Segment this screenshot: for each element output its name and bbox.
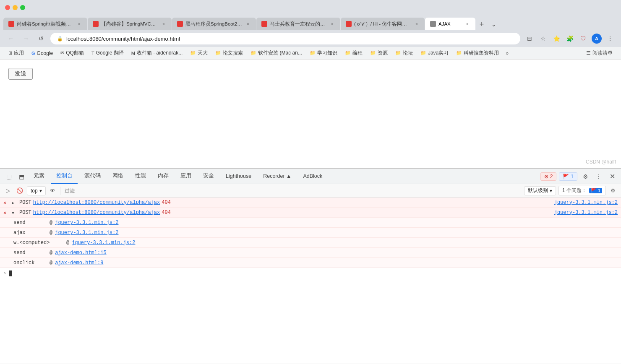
adblock-icon[interactable]: 🛡 <box>577 33 589 44</box>
devtools-device-icon[interactable]: ⬒ <box>16 171 27 182</box>
devtools-close-icon[interactable]: ✕ <box>607 171 618 182</box>
bookmark-google[interactable]: G Google <box>28 49 56 57</box>
console-ban-icon[interactable]: 🚫 <box>15 186 24 195</box>
bookmarks-more[interactable]: » <box>503 49 511 57</box>
devtools-tab-lighthouse[interactable]: Lighthouse <box>221 169 256 184</box>
at-sign-5: @ <box>50 260 52 266</box>
bookmark-tianda[interactable]: 📁 天大 <box>187 48 211 58</box>
row-source-2[interactable]: jquery-3.3.1.min.js:2 <box>554 210 618 216</box>
reading-mode-button[interactable]: ☰ 阅读清单 <box>583 48 616 58</box>
caret-symbol: › <box>3 270 6 276</box>
folder-tianda-icon: 📁 <box>190 50 196 56</box>
devtools-tab-memory[interactable]: 内存 <box>153 169 174 184</box>
close-traffic-light[interactable] <box>5 5 10 10</box>
tab-close-2[interactable]: × <box>161 21 167 27</box>
expand-arrow-2[interactable]: ▼ <box>12 211 18 216</box>
bookmark-research[interactable]: 📁 科研搜集资料用 <box>453 48 502 58</box>
source-link-computed[interactable]: jquery-3.3.1.min.js:2 <box>72 240 135 246</box>
bookmark-coding[interactable]: 📁 编程 <box>342 48 366 58</box>
minimize-traffic-light[interactable] <box>13 5 18 10</box>
devtools-menu-icon[interactable]: ⋮ <box>593 171 604 182</box>
bookmark-translate[interactable]: T Google 翻译 <box>88 48 127 58</box>
url-link-1[interactable]: http://localhost:8080/community/alpha/aj… <box>33 200 160 205</box>
at-sign-4: @ <box>50 250 52 256</box>
translate-bm-icon: T <box>91 51 94 56</box>
devtools-tab-performance[interactable]: 性能 <box>130 169 151 184</box>
tab-close-1[interactable]: × <box>76 21 82 27</box>
tab-favicon-5 <box>346 21 352 27</box>
devtools-tab-network[interactable]: 网络 <box>107 169 128 184</box>
info-badge[interactable]: 🚩 1 <box>559 172 577 181</box>
send-button[interactable]: 发送 <box>8 68 33 80</box>
tab-5[interactable]: ( o'∨'）/ Hi - 仿牛客网第三... × <box>341 18 425 30</box>
extension-icon[interactable]: 🧩 <box>564 33 576 44</box>
url-link-2[interactable]: http://localhost:8080/community/alpha/aj… <box>33 210 160 216</box>
console-row-error-expanded[interactable]: ✕ ▼ POST http://localhost:8080/community… <box>0 208 621 218</box>
bookmark-paper[interactable]: 📁 论文搜索 <box>212 48 246 58</box>
forward-button[interactable]: → <box>20 33 32 44</box>
bookmark-java[interactable]: 📁 Java实习 <box>417 48 452 58</box>
devtools-settings-icon[interactable]: ⚙ <box>580 171 591 182</box>
devtools-tab-security[interactable]: 安全 <box>198 169 219 184</box>
tab-close-4[interactable]: × <box>329 21 335 27</box>
devtools-tab-recorder[interactable]: Recorder ▲ <box>258 169 296 184</box>
tab-close-3[interactable]: × <box>245 21 251 27</box>
bookmark-software[interactable]: 📁 软件安装 (Mac an... <box>247 48 305 58</box>
tab-close-5[interactable]: × <box>414 21 420 27</box>
tab-2[interactable]: 【尚硅谷】SpringMVC教程... × <box>88 18 172 30</box>
profile-icon[interactable]: A <box>591 33 603 44</box>
menu-icon[interactable]: ⋮ <box>604 33 616 44</box>
address-input[interactable]: 🔒 localhost:8080/community/html/ajax-dem… <box>50 33 520 44</box>
bookmark-java-label: Java实习 <box>428 49 449 57</box>
source-link-send-2[interactable]: ajax-demo.html:15 <box>55 250 106 256</box>
tab-list-button[interactable]: ⌄ <box>488 18 500 30</box>
error-badge[interactable]: ⊗ 2 <box>540 172 557 181</box>
at-sign-2: @ <box>50 230 52 236</box>
maximize-traffic-light[interactable] <box>20 5 25 10</box>
tab-1[interactable]: 尚硅谷Spring框架视频教程... × <box>3 18 87 30</box>
log-level-dropdown[interactable]: 默认级别 ▾ <box>524 186 556 195</box>
console-eye-icon[interactable]: 👁 <box>48 186 57 195</box>
bookmark-apps[interactable]: ⊞ 应用 <box>5 48 27 58</box>
bookmark-icon[interactable]: ☆ <box>537 33 549 44</box>
devtools-tab-adblock[interactable]: AdBlock <box>298 169 327 184</box>
bookmark-forum[interactable]: 📁 论坛 <box>392 48 416 58</box>
at-sign-1: @ <box>50 220 52 226</box>
row-source-1[interactable]: jquery-3.3.1.min.js:2 <box>554 200 618 205</box>
devtools-tab-elements[interactable]: 元素 <box>29 169 50 184</box>
reading-mode-label: 阅读清单 <box>592 49 613 57</box>
devtools-inspect-icon[interactable]: ⬚ <box>3 171 14 182</box>
source-link-send-1[interactable]: jquery-3.3.1.min.js:2 <box>55 220 118 226</box>
bookmark-resources[interactable]: 📁 资源 <box>367 48 391 58</box>
bookmark-paper-label: 论文搜索 <box>223 49 243 57</box>
expand-arrow-1[interactable]: ▶ <box>12 200 18 205</box>
filter-input[interactable] <box>63 187 522 195</box>
source-link-onclick[interactable]: ajax-demo.html:9 <box>55 260 103 266</box>
console-input-cursor[interactable] <box>9 270 12 276</box>
reload-button[interactable]: ↺ <box>35 33 47 44</box>
bookmark-mail[interactable]: M 收件箱 - aidendrak... <box>128 48 186 58</box>
console-settings-icon[interactable]: ⚙ <box>608 186 618 195</box>
bookmark-qq[interactable]: ✉ QQ邮箱 <box>57 48 87 58</box>
browser-chrome: 尚硅谷Spring框架视频教程... × 【尚硅谷】SpringMVC教程...… <box>0 0 621 60</box>
devtools-tab-application[interactable]: 应用 <box>175 169 196 184</box>
star-icon[interactable]: ⭐ <box>551 33 562 44</box>
console-row-error-collapsed[interactable]: ✕ ▶ POST http://localhost:8080/community… <box>0 198 621 208</box>
devtools-tab-sources[interactable]: 源代码 <box>79 169 106 184</box>
tab-3[interactable]: 黑马程序员SpringBoot2全... × <box>172 18 256 30</box>
tab-close-6[interactable]: × <box>464 21 470 27</box>
watermark: CSDN @halff <box>586 159 616 165</box>
source-link-ajax[interactable]: jquery-3.3.1.min.js:2 <box>55 230 118 236</box>
new-tab-button[interactable]: + <box>476 18 488 30</box>
issues-badge[interactable]: 1 个问题： 🚩 1 <box>558 186 606 195</box>
back-button[interactable]: ← <box>5 33 17 44</box>
console-play-icon[interactable]: ▷ <box>3 186 13 195</box>
address-bar: ← → ↺ 🔒 localhost:8080/community/html/aj… <box>0 30 621 47</box>
devtools-tab-console[interactable]: 控制台 <box>51 169 78 184</box>
tab-6-active[interactable]: AJAX × <box>425 18 475 30</box>
top-context-dropdown[interactable]: top ▾ <box>27 186 46 195</box>
translate-icon[interactable]: ⊟ <box>524 33 535 44</box>
folder-learn-icon: 📁 <box>310 50 316 56</box>
tab-4[interactable]: 马士兵教育一左程云的个人... × <box>256 18 340 30</box>
bookmark-learn[interactable]: 📁 学习知识 <box>306 48 341 58</box>
